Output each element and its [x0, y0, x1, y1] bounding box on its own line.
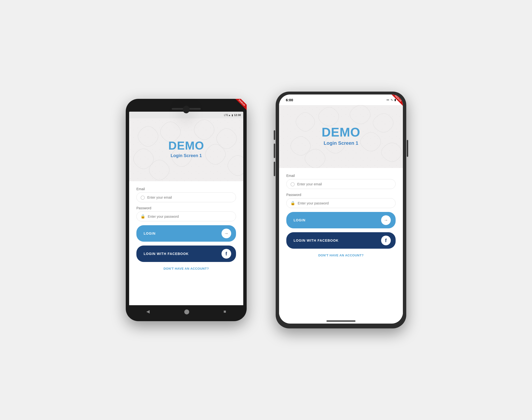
android-login-arrow-icon: → — [221, 229, 231, 238]
android-facebook-button[interactable]: LOGIN WITH FACEBOOK f — [136, 245, 236, 262]
ios-home-indicator — [327, 320, 356, 322]
android-facebook-label: LOGIN WITH FACEBOOK — [141, 252, 221, 256]
ios-facebook-icon: f — [381, 236, 391, 245]
ios-facebook-label: LOGIN WITH FACEBOOK — [291, 239, 381, 242]
ios-email-label: Email — [286, 174, 396, 178]
android-form-section: Email ◯ Password 🔒 LOGIN — [129, 181, 243, 305]
android-email-field-group: Email ◯ — [136, 187, 236, 202]
android-recents-icon[interactable]: ■ — [223, 309, 226, 314]
android-hero-subtitle: Login Screen 1 — [171, 153, 202, 158]
ios-password-input[interactable] — [298, 201, 391, 205]
debug-badge: DEBUG — [232, 112, 243, 113]
ios-volume-down-button — [274, 162, 275, 176]
ios-status-bar: 6:00 ••• ∿ ▮ DEBUG — [279, 94, 403, 105]
android-email-input-row[interactable]: ◯ — [136, 192, 236, 202]
android-lock-icon: 🔒 — [141, 214, 145, 219]
android-facebook-icon: f — [221, 249, 231, 259]
android-back-icon[interactable]: ◀ — [146, 309, 150, 314]
ios-app-content: DEMO Login Screen 1 Email ◯ Password — [279, 105, 403, 316]
ios-login-label: LOGIN — [291, 218, 381, 222]
ios-password-field-group: Password 🔒 — [286, 193, 396, 208]
android-home-icon[interactable]: ⬤ — [184, 309, 189, 315]
ios-hero-title: DEMO — [322, 125, 360, 139]
ios-login-arrow-icon: → — [381, 215, 391, 225]
ios-form-section: Email ◯ Password 🔒 LOGIN — [279, 168, 403, 316]
android-user-icon: ◯ — [141, 195, 145, 200]
android-signup-link[interactable]: DON'T HAVE AN ACCOUNT? — [136, 267, 236, 270]
android-login-label: LOGIN — [141, 231, 221, 235]
ios-email-field-group: Email ◯ — [286, 174, 396, 189]
ios-email-input[interactable] — [297, 182, 391, 186]
ios-facebook-button[interactable]: LOGIN WITH FACEBOOK f — [286, 232, 396, 249]
android-login-button[interactable]: LOGIN → — [136, 225, 236, 242]
ios-login-button[interactable]: LOGIN → — [286, 212, 396, 228]
android-screen: LTE▲ ▮ 12:30 DEBUG — [129, 112, 243, 318]
signal-icon: LTE▲ — [224, 114, 231, 117]
android-password-field-group: Password 🔒 — [136, 206, 236, 221]
ios-notch — [322, 94, 360, 102]
ios-debug-badge: DEBUG — [388, 94, 403, 109]
ios-lock-icon: 🔒 — [290, 201, 295, 205]
ios-password-input-row[interactable]: 🔒 — [286, 198, 396, 208]
ios-signup-link[interactable]: DON'T HAVE AN ACCOUNT? — [286, 254, 396, 257]
time-display: 12:30 — [234, 114, 241, 117]
android-email-input[interactable] — [147, 195, 232, 199]
android-password-input[interactable] — [148, 215, 232, 218]
ios-password-label: Password — [286, 193, 396, 197]
android-email-label: Email — [136, 187, 236, 191]
ios-phone: 6:00 ••• ∿ ▮ DEBUG — [276, 91, 406, 329]
ios-email-input-row[interactable]: ◯ — [286, 179, 396, 189]
android-phone: LTE▲ ▮ 12:30 DEBUG — [126, 99, 247, 321]
ios-power-button — [407, 140, 408, 157]
android-hero-title: DEMO — [168, 139, 204, 152]
battery-icon: ▮ — [232, 114, 233, 117]
ios-time-display: 6:00 — [286, 98, 293, 102]
ios-hero-subtitle: Login Screen 1 — [324, 140, 358, 146]
ios-screen: 6:00 ••• ∿ ▮ DEBUG — [279, 94, 403, 324]
ios-user-icon: ◯ — [290, 182, 295, 186]
ios-mute-button — [274, 130, 275, 140]
android-app-content: DEMO Login Screen 1 Email ◯ Password — [129, 119, 243, 305]
android-hero-section: DEMO Login Screen 1 — [129, 119, 243, 181]
ios-home-bar — [279, 316, 403, 324]
android-bottom-nav: ◀ ⬤ ■ — [129, 305, 243, 318]
android-password-input-row[interactable]: 🔒 — [136, 211, 236, 221]
android-camera — [183, 105, 189, 113]
ios-volume-up-button — [274, 144, 275, 158]
android-password-label: Password — [136, 206, 236, 210]
ios-hero-section: DEMO Login Screen 1 — [279, 105, 403, 168]
